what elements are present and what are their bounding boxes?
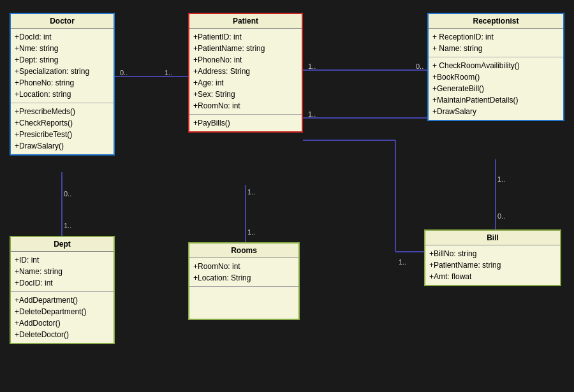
doctor-box: Doctor +DocId: int +Nme: string +Dept: s… bbox=[10, 13, 115, 156]
dept-attr-2: +Name: string bbox=[15, 266, 110, 277]
bill-attr-2: +PatientName: string bbox=[429, 259, 556, 271]
patient-title: Patient bbox=[189, 14, 302, 29]
rooms-methods bbox=[189, 287, 298, 319]
receptionist-methods: + CheckRoomAvailibility() +BookRoom() +G… bbox=[429, 57, 563, 120]
bill-attr-3: +Amt: flowat bbox=[429, 271, 556, 282]
receptionist-method-1: + CheckRoomAvailibility() bbox=[432, 60, 559, 71]
label-doc-dept-1: 1.. bbox=[64, 222, 71, 229]
bill-box: Bill +BillNo: string +PatientName: strin… bbox=[424, 229, 561, 286]
patient-attr-6: +Sex: String bbox=[193, 89, 298, 100]
bill-attr-1: +BillNo: string bbox=[429, 248, 556, 259]
doctor-method-4: +DrawSalary() bbox=[15, 140, 110, 152]
receptionist-box: Receptionist + ReceptionID: int + Name: … bbox=[427, 13, 564, 121]
doctor-attr-2: +Nme: string bbox=[15, 43, 110, 54]
doctor-methods: +PrescribeMeds() +CheckReports() +Presic… bbox=[11, 103, 114, 154]
rooms-title: Rooms bbox=[189, 243, 298, 258]
dept-attributes: +ID: int +Name: string +DocID: int bbox=[11, 252, 114, 292]
receptionist-attributes: + ReceptionID: int + Name: string bbox=[429, 29, 563, 57]
label-pat-recept-0a: 0.. bbox=[416, 62, 423, 70]
patient-attr-1: +PatientID: int bbox=[193, 31, 298, 43]
rooms-attr-1: +RoomNo: int bbox=[193, 261, 295, 272]
doctor-method-1: +PrescribeMeds() bbox=[15, 106, 110, 117]
bill-title: Bill bbox=[425, 231, 560, 245]
doctor-attr-6: +Location: string bbox=[15, 89, 110, 100]
dept-method-1: +AddDepartment() bbox=[15, 294, 110, 306]
receptionist-attr-2: + Name: string bbox=[432, 43, 559, 54]
uml-diagram: 0.. 1.. 1.. 0.. 1.. 0.. 1.. 1.. 1.. 1.. … bbox=[0, 0, 574, 392]
patient-method-1: +PayBills() bbox=[193, 117, 298, 129]
patient-attr-7: +RoomNo: int bbox=[193, 100, 298, 112]
doctor-attr-4: +Specialization: string bbox=[15, 66, 110, 77]
doctor-attr-1: +DocId: int bbox=[15, 31, 110, 43]
label-recept-bill-0: 0.. bbox=[497, 212, 505, 220]
dept-attr-3: +DocID: int bbox=[15, 277, 110, 289]
receptionist-method-5: +DrawSalary bbox=[432, 106, 559, 117]
label-pat-recept-1b: 1.. bbox=[308, 110, 316, 118]
label-pat-bill-1: 1.. bbox=[399, 258, 406, 266]
patient-methods: +PayBills() bbox=[189, 115, 302, 131]
receptionist-method-2: +BookRoom() bbox=[432, 71, 559, 83]
label-pat-rooms-1b: 1.. bbox=[247, 228, 255, 236]
label-pat-recept-1a: 1.. bbox=[308, 62, 316, 70]
receptionist-attr-1: + ReceptionID: int bbox=[432, 31, 559, 43]
doctor-title: Doctor bbox=[11, 14, 114, 29]
rooms-attr-2: +Location: String bbox=[193, 272, 295, 284]
receptionist-method-3: +GenerateBill() bbox=[432, 83, 559, 94]
rooms-box: Rooms +RoomNo: int +Location: String bbox=[188, 242, 300, 320]
dept-method-4: +DeleteDoctor() bbox=[15, 329, 110, 340]
label-recept-bill-1: 1.. bbox=[497, 175, 505, 183]
patient-attr-3: +PhoneNo: int bbox=[193, 54, 298, 66]
label-doc-dept-0: 0.. bbox=[64, 190, 71, 198]
dept-methods: +AddDepartment() +DeleteDepartment() +Ad… bbox=[11, 292, 114, 343]
label-pat-rooms-1: 1.. bbox=[247, 188, 255, 196]
bill-attributes: +BillNo: string +PatientName: string +Am… bbox=[425, 245, 560, 285]
doctor-method-3: +PresicribeTest() bbox=[15, 129, 110, 140]
receptionist-title: Receptionist bbox=[429, 14, 563, 29]
label-doc-patient-0: 0.. bbox=[120, 69, 128, 76]
patient-box: Patient +PatientID: int +PatientName: st… bbox=[188, 13, 303, 133]
patient-attributes: +PatientID: int +PatientName: string +Ph… bbox=[189, 29, 302, 115]
receptionist-method-4: +MaintainPatientDetails() bbox=[432, 94, 559, 106]
doctor-attr-3: +Dept: string bbox=[15, 54, 110, 66]
dept-box: Dept +ID: int +Name: string +DocID: int … bbox=[10, 236, 115, 344]
label-doc-patient-1: 1.. bbox=[165, 69, 172, 76]
dept-method-2: +DeleteDepartment() bbox=[15, 306, 110, 317]
dept-attr-1: +ID: int bbox=[15, 254, 110, 266]
patient-attr-5: +Age: int bbox=[193, 77, 298, 89]
doctor-method-2: +CheckReports() bbox=[15, 117, 110, 129]
rooms-attributes: +RoomNo: int +Location: String bbox=[189, 258, 298, 287]
dept-title: Dept bbox=[11, 237, 114, 252]
dept-method-3: +AddDoctor() bbox=[15, 317, 110, 329]
doctor-attributes: +DocId: int +Nme: string +Dept: string +… bbox=[11, 29, 114, 103]
patient-attr-2: +PatientName: string bbox=[193, 43, 298, 54]
patient-attr-4: +Address: String bbox=[193, 66, 298, 77]
doctor-attr-5: +PhoneNo: string bbox=[15, 77, 110, 89]
